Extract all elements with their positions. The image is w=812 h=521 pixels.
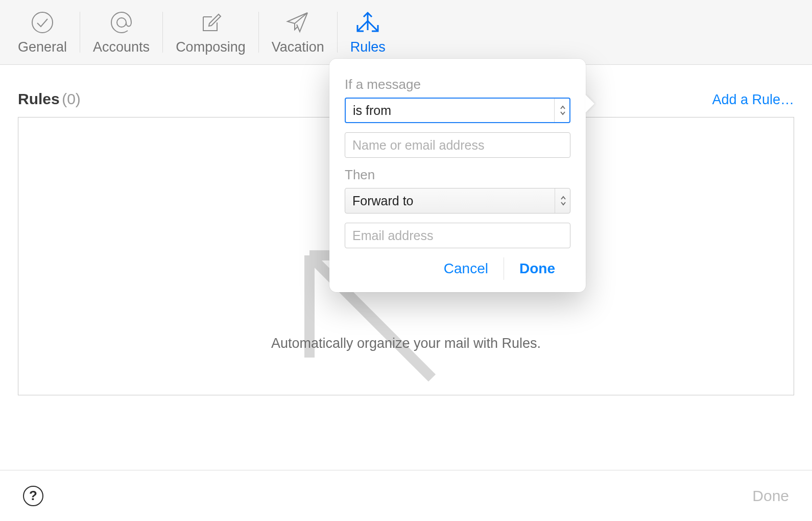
action-value-input[interactable] [352, 223, 563, 248]
condition-select-value: is from [353, 103, 391, 118]
rules-count: (0) [62, 90, 81, 107]
empty-state-message: Automatically organize your mail with Ru… [18, 336, 794, 351]
footer-done-button[interactable]: Done [752, 487, 789, 505]
tab-label: Accounts [93, 39, 150, 55]
svg-point-0 [32, 12, 53, 33]
condition-value-input[interactable] [352, 133, 563, 157]
rule-edit-popover: If a message is from Then Forward to Can… [329, 59, 586, 292]
at-sign-icon [109, 10, 134, 35]
tab-accounts[interactable]: Accounts [80, 0, 162, 64]
add-rule-button[interactable]: Add a Rule… [712, 92, 794, 108]
section-title-wrap: Rules (0) [18, 90, 81, 108]
action-select-value: Forward to [352, 194, 413, 208]
tab-label: General [18, 39, 67, 55]
chevron-updown-icon [555, 188, 568, 213]
tab-vacation[interactable]: Vacation [259, 0, 337, 64]
tab-label: Composing [176, 39, 246, 55]
tab-label: Rules [350, 39, 386, 55]
tab-general[interactable]: General [5, 0, 80, 64]
popover-actions: Cancel Done [345, 257, 570, 280]
action-select[interactable]: Forward to [345, 188, 570, 214]
rules-icon [353, 10, 382, 35]
done-button[interactable]: Done [504, 257, 570, 280]
footer-bar: ? Done [0, 470, 812, 521]
preferences-toolbar: General Accounts Composing [0, 0, 812, 65]
cancel-button[interactable]: Cancel [428, 257, 504, 280]
help-icon[interactable]: ? [23, 486, 43, 506]
then-label: Then [345, 167, 570, 183]
tab-rules[interactable]: Rules [338, 0, 398, 64]
tab-composing[interactable]: Composing [163, 0, 258, 64]
checkmark-circle-icon [31, 10, 54, 35]
svg-point-1 [117, 18, 126, 27]
popover-caret-icon [585, 94, 594, 113]
airplane-icon [284, 10, 311, 35]
if-label: If a message [345, 77, 570, 92]
action-value-input-wrap [345, 223, 570, 248]
condition-select[interactable]: is from [345, 98, 570, 123]
chevron-updown-icon [554, 99, 567, 122]
condition-value-input-wrap [345, 132, 570, 158]
section-title: Rules [18, 90, 60, 107]
tab-label: Vacation [272, 39, 324, 55]
compose-icon [198, 10, 223, 35]
